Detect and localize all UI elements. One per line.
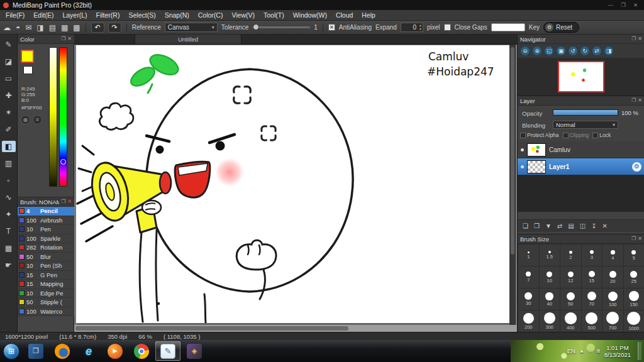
layer-row[interactable]: Camluv ⚙ — [518, 141, 644, 158]
reference-dropdown[interactable]: Canvas ▾ — [165, 23, 218, 32]
brush-size-cell[interactable]: 3 — [582, 244, 602, 266]
brush-size-cell[interactable]: 7 — [518, 266, 539, 288]
comment-icon[interactable]: ✉ — [25, 24, 31, 31]
spinner-arrows-icon[interactable]: ▲▼ — [419, 23, 422, 31]
protect-alpha-option[interactable]: Protect Alpha — [520, 132, 559, 138]
maximize-button[interactable]: ❐ — [621, 2, 626, 8]
menu-item[interactable]: File(F) — [1, 11, 29, 19]
close-gaps-checkbox[interactable] — [444, 24, 451, 31]
menu-item[interactable]: Edit(E) — [29, 11, 58, 19]
language-indicator[interactable]: EN — [567, 348, 575, 354]
brush-size-cell[interactable]: 40 — [540, 288, 560, 310]
lasso-tool[interactable]: ∿ — [2, 192, 16, 203]
group-icon[interactable]: ◫ — [580, 223, 586, 229]
menu-item[interactable]: Snap(N) — [160, 11, 194, 19]
layer-thumbnail[interactable] — [527, 143, 546, 156]
close-panel-icon[interactable]: ✕ — [638, 36, 642, 41]
hue-bar[interactable] — [59, 47, 67, 187]
hue-marker[interactable] — [60, 159, 66, 165]
zoom-out-button[interactable]: ⊖ — [520, 46, 530, 56]
layer-visibility-icon[interactable] — [521, 165, 524, 168]
brush-size-cell[interactable]: 5 — [624, 244, 644, 266]
brush-list-item[interactable]: 15 Mapping — [18, 280, 74, 289]
close-button[interactable]: ✕ — [633, 2, 638, 8]
blending-dropdown[interactable]: Normal ▾ — [553, 121, 618, 129]
eraser-tool[interactable]: ◪ — [2, 56, 16, 67]
start-button[interactable]: ⊞ — [0, 340, 23, 362]
brush-list-item[interactable]: 282 Rotation — [18, 243, 74, 253]
brush-size-cell[interactable]: 700 — [602, 310, 623, 332]
value-bar[interactable] — [49, 47, 57, 187]
select-rect-tool[interactable]: ▫ — [2, 175, 16, 186]
select-tool[interactable]: ▭ — [2, 73, 16, 84]
float-panel-icon[interactable]: ❐ — [631, 36, 636, 41]
scrollbar-thumb[interactable] — [75, 326, 348, 331]
gap-color-swatch[interactable] — [491, 23, 525, 31]
brush-list-item[interactable]: 50 Blur — [18, 253, 74, 262]
brush-size-cell[interactable]: 1 — [518, 244, 539, 266]
brush-size-cell[interactable]: 20 — [602, 266, 623, 288]
brush-size-cell[interactable]: 10 — [540, 266, 560, 288]
brush-size-cell[interactable]: 50 — [560, 288, 581, 310]
frame-tool[interactable]: ▦ — [2, 243, 16, 254]
brush-size-cell[interactable]: 300 — [540, 310, 560, 332]
delete-layer-icon[interactable]: ✕ — [602, 223, 608, 229]
brush-size-cell[interactable]: 1000 — [624, 310, 644, 332]
tolerance-slider[interactable] — [252, 26, 310, 28]
magic-wand-tool[interactable]: ✦ — [2, 209, 16, 220]
close-panel-icon[interactable]: ✕ — [638, 236, 642, 241]
close-panel-icon[interactable]: ✕ — [638, 98, 642, 103]
brush-size-cell[interactable]: 400 — [560, 310, 581, 332]
reset-button[interactable]: ⚙ Reset — [543, 22, 579, 33]
foreground-color-swatch[interactable] — [21, 50, 34, 63]
show-hidden-icons-button[interactable]: ▲ — [579, 348, 584, 354]
brush-list-item[interactable]: 100 Sparkle — [18, 234, 74, 244]
brush-size-cell[interactable]: 200 — [518, 310, 539, 332]
gradient-tool[interactable]: ▥ — [2, 158, 16, 169]
merge-down-icon[interactable]: ▼ — [545, 223, 552, 229]
text-tool[interactable]: T — [2, 226, 16, 237]
duplicate-layer-icon[interactable]: ❐ — [534, 223, 540, 229]
fit-window-button[interactable]: ◱ — [544, 46, 554, 56]
brush-size-cell[interactable]: 2 — [560, 244, 581, 266]
brush-size-cell[interactable]: 25 — [624, 266, 644, 288]
float-panel-icon[interactable]: ❐ — [61, 36, 65, 41]
save-icon[interactable]: ◓ — [16, 24, 20, 31]
expand-spinner[interactable]: 0 ▲▼ — [401, 23, 423, 32]
brush-size-cell[interactable]: 12 — [560, 266, 581, 288]
flag-icon[interactable]: ⚐ — [588, 348, 592, 354]
network-icon[interactable]: ≣ — [596, 348, 601, 354]
menu-item[interactable]: View(V) — [227, 11, 259, 19]
brush-size-cell[interactable]: 100 — [602, 288, 623, 310]
navigator-thumbnail[interactable] — [558, 61, 604, 92]
medibang[interactable]: ✎ — [155, 341, 180, 361]
brush-list-item[interactable]: 15 G Pen — [18, 271, 74, 280]
folder-icon[interactable]: ▤ — [568, 223, 574, 229]
firefox[interactable] — [50, 341, 75, 361]
clock[interactable]: 1:01 PM 8/13/2021 — [604, 344, 631, 358]
reset-rotation-button[interactable]: ⇄ — [592, 46, 602, 56]
antialiasing-checkbox[interactable]: ✕ — [328, 24, 335, 31]
wand-tool[interactable]: ✶ — [2, 107, 16, 118]
background-color-swatch[interactable] — [23, 66, 33, 74]
clipping-checkbox[interactable] — [563, 133, 569, 138]
layer-visibility-icon[interactable] — [521, 148, 524, 151]
chrome[interactable] — [129, 341, 154, 361]
menu-item[interactable]: Layer(L) — [58, 11, 91, 19]
move-down-icon[interactable]: ↧ — [591, 223, 596, 229]
ie[interactable]: e — [76, 341, 101, 361]
redo-button[interactable]: ↷ — [108, 23, 121, 33]
brush-size-cell[interactable]: 70 — [582, 288, 602, 310]
transfer-icon[interactable]: ⇄ — [557, 223, 562, 229]
brush-list-item[interactable]: 10 Edge Pe — [18, 289, 74, 299]
lock-checkbox[interactable] — [592, 133, 598, 138]
document-tab[interactable]: Untitled — [135, 35, 242, 44]
layer-settings-gear-icon[interactable]: ⚙ — [632, 162, 641, 172]
layer-thumbnail[interactable] — [527, 160, 546, 173]
protect-alpha-checkbox[interactable] — [520, 133, 526, 138]
close-panel-icon[interactable]: ✕ — [67, 36, 72, 41]
hand-tool[interactable]: ☛ — [2, 260, 16, 271]
float-panel-icon[interactable]: ❐ — [631, 98, 636, 103]
paint[interactable]: ◈ — [182, 341, 207, 361]
lock-option[interactable]: Lock — [592, 132, 611, 138]
